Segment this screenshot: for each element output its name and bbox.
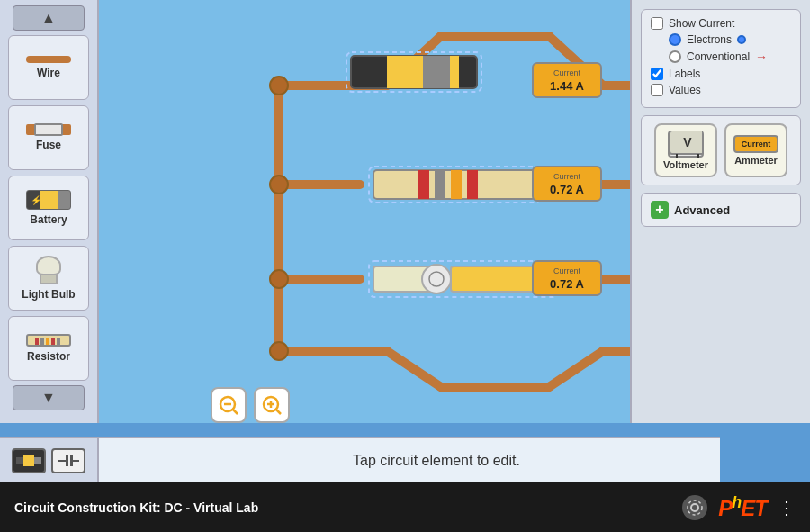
svg-point-28	[270, 270, 288, 288]
electrons-label: Electrons	[687, 33, 732, 46]
svg-line-66	[276, 410, 281, 414]
advanced-label: Advanced	[674, 203, 730, 217]
svg-rect-4	[66, 455, 68, 466]
zoom-in-button[interactable]	[254, 387, 290, 423]
svg-text:V: V	[683, 135, 692, 149]
svg-text:Current: Current	[554, 68, 581, 77]
svg-rect-1	[23, 455, 34, 466]
svg-text:1.44 A: 1.44 A	[550, 79, 584, 93]
zoom-in-icon	[262, 395, 282, 415]
sidebar-scroll-down[interactable]: ▼	[13, 385, 85, 410]
battery-tool-button[interactable]	[12, 448, 46, 473]
svg-rect-0	[16, 457, 23, 464]
svg-rect-41	[451, 170, 462, 199]
labels-row[interactable]: Labels	[651, 68, 791, 80]
up-arrow-icon: ▲	[41, 10, 56, 26]
svg-rect-5	[70, 455, 73, 466]
labels-checkbox[interactable]	[651, 68, 663, 80]
labels-label: Labels	[669, 68, 700, 80]
voltmeter-label: Voltmeter	[663, 159, 708, 170]
svg-point-27	[270, 176, 288, 194]
voltmeter-icon: V	[668, 131, 704, 158]
bottom-toolbar	[0, 437, 99, 482]
fuse-icon	[26, 124, 71, 135]
sidebar-item-lightbulb[interactable]: Light Bulb	[8, 246, 89, 311]
sidebar-item-battery[interactable]: Battery	[8, 176, 89, 240]
sidebar-item-fuse[interactable]: Fuse	[8, 105, 89, 170]
conventional-row[interactable]: Conventional →	[651, 50, 791, 64]
cap-tool-icon	[56, 454, 81, 468]
tap-edit-bar: Tap circuit element to edit.	[99, 437, 720, 482]
fuse-label: Fuse	[36, 139, 61, 151]
settings-icon[interactable]	[682, 495, 707, 520]
menu-button[interactable]: ⋮	[778, 497, 796, 518]
zoom-out-icon	[219, 395, 238, 415]
phet-logo[interactable]: PhET	[718, 493, 767, 521]
resistor-icon	[26, 334, 71, 347]
zoom-controls	[207, 383, 293, 427]
svg-point-23	[270, 77, 288, 95]
svg-rect-2	[34, 457, 41, 464]
show-current-label: Show Current	[669, 17, 734, 30]
sidebar: ▲ Wire Fuse Battery Light Bulb Resistor …	[0, 0, 99, 423]
values-label: Values	[669, 84, 701, 96]
svg-rect-42	[467, 170, 478, 199]
show-current-checkbox[interactable]	[651, 17, 663, 30]
resistor-label: Resistor	[27, 350, 70, 363]
instruments-box: V Voltmeter Current Ammeter	[641, 115, 801, 185]
sidebar-scroll-up[interactable]: ▲	[13, 5, 85, 31]
svg-rect-39	[418, 170, 429, 199]
lightbulb-icon	[36, 256, 61, 284]
ammeter-label: Ammeter	[734, 155, 778, 166]
values-checkbox[interactable]	[651, 84, 663, 96]
app-title: Circuit Construction Kit: DC - Virtual L…	[14, 500, 258, 515]
svg-point-25	[270, 342, 288, 360]
svg-line-13	[387, 351, 441, 387]
battery-label: Battery	[30, 213, 67, 226]
battery-tool-icon	[16, 454, 41, 468]
capacitor-tool-button[interactable]	[51, 448, 86, 473]
ammeter-button[interactable]: Current Ammeter	[724, 123, 788, 177]
show-current-row[interactable]: Show Current	[651, 17, 791, 30]
advanced-plus-icon: +	[651, 201, 669, 219]
electrons-radio[interactable]	[669, 33, 681, 46]
svg-point-67	[691, 504, 698, 511]
voltmeter-button[interactable]: V Voltmeter	[654, 123, 717, 177]
battery-icon	[26, 190, 71, 210]
svg-point-48	[422, 265, 451, 293]
svg-rect-50	[451, 266, 541, 292]
down-arrow-icon: ▼	[41, 390, 56, 406]
sidebar-item-resistor[interactable]: Resistor	[8, 316, 89, 381]
wire-label: Wire	[37, 67, 60, 79]
svg-text:0.72 A: 0.72 A	[550, 277, 584, 291]
values-row[interactable]: Values	[651, 84, 791, 96]
advanced-button[interactable]: + Advanced	[641, 193, 801, 227]
electrons-visual	[737, 35, 746, 44]
electrons-row[interactable]: Electrons	[651, 33, 791, 46]
circuit-canvas: Current 1.44 A Current 0.72 A	[99, 0, 720, 423]
svg-rect-33	[423, 56, 450, 88]
right-panel: Show Current Electrons Conventional → La…	[630, 0, 810, 423]
sidebar-item-wire[interactable]: Wire	[8, 35, 89, 100]
wire-icon	[26, 56, 71, 63]
lightbulb-label: Light Bulb	[22, 288, 75, 301]
show-current-box: Show Current Electrons Conventional → La…	[641, 9, 801, 108]
tap-edit-text: Tap circuit element to edit.	[353, 453, 520, 469]
svg-point-68	[688, 500, 702, 515]
ammeter-icon: Current	[734, 135, 778, 153]
svg-text:0.72 A: 0.72 A	[550, 183, 584, 196]
svg-rect-40	[435, 170, 446, 199]
conventional-radio[interactable]	[669, 50, 681, 63]
conventional-arrow: →	[755, 50, 768, 64]
instruments-row: V Voltmeter Current Ammeter	[651, 123, 791, 177]
settings-gear-icon	[687, 500, 703, 516]
svg-line-62	[233, 410, 238, 414]
svg-text:Current: Current	[554, 172, 581, 181]
svg-line-15	[549, 351, 603, 387]
statusbar: Circuit Construction Kit: DC - Virtual L…	[0, 482, 810, 532]
zoom-out-button[interactable]	[211, 387, 247, 423]
conventional-label: Conventional	[687, 50, 750, 63]
svg-text:Current: Current	[554, 266, 581, 275]
